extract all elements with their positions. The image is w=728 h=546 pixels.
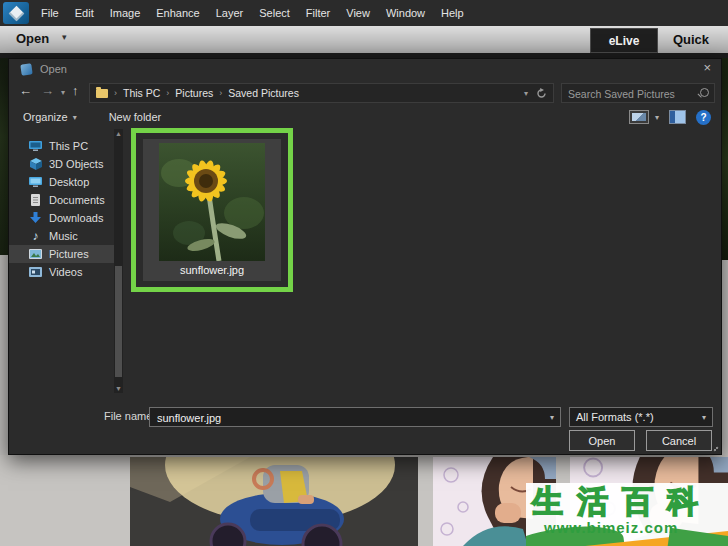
menu-select[interactable]: Select [259, 7, 290, 19]
download-arrow-icon [29, 212, 42, 224]
sidebar-item-downloads[interactable]: Downloads [9, 209, 114, 227]
scroll-down-icon[interactable]: ▼ [114, 384, 123, 393]
breadcrumb-chevron-icon: › [219, 88, 222, 98]
breadcrumb[interactable]: › This PC › Pictures › Saved Pictures ▾ [89, 83, 554, 103]
menu-help[interactable]: Help [441, 7, 464, 19]
menu-items: File Edit Image Enhance Layer Select Fil… [41, 7, 464, 19]
dialog-app-icon [20, 63, 32, 75]
new-folder-button[interactable]: New folder [109, 111, 162, 123]
menu-window[interactable]: Window [386, 7, 425, 19]
refresh-icon[interactable] [536, 88, 547, 99]
watermark-title: 生活百科 [532, 483, 712, 523]
background-image-sliver-left [0, 58, 8, 255]
sidebar-item-documents[interactable]: Documents [9, 191, 114, 209]
scrollbar-thumb[interactable] [115, 266, 122, 377]
format-chevron-icon: ▾ [702, 413, 706, 422]
open-mode-label[interactable]: Open [16, 31, 49, 46]
format-filter-select[interactable]: All Formats (*.*) ▾ [569, 407, 713, 427]
sidebar-item-this-pc[interactable]: This PC [9, 137, 114, 155]
cancel-button[interactable]: Cancel [646, 430, 712, 451]
close-icon[interactable]: × [699, 60, 715, 75]
menu-filter[interactable]: Filter [306, 7, 330, 19]
menu-image[interactable]: Image [110, 7, 141, 19]
file-name-label: File name: [104, 410, 155, 422]
background-panel-sliver-right [722, 260, 728, 455]
sidebar-item-desktop[interactable]: Desktop [9, 173, 114, 191]
menu-edit[interactable]: Edit [75, 7, 94, 19]
views-icon[interactable] [629, 110, 649, 124]
scroll-up-icon[interactable]: ▲ [114, 129, 123, 138]
annotation-highlight-box: sunflower.jpg [131, 128, 293, 292]
watermark-url: www.bimeiz.com [544, 519, 678, 536]
sidebar-item-music[interactable]: ♪ Music [9, 227, 114, 245]
menu-enhance[interactable]: Enhance [156, 7, 199, 19]
background-panel-sliver-left [0, 255, 8, 455]
views-chevron-icon[interactable]: ▾ [655, 113, 659, 122]
search-icon[interactable] [700, 88, 709, 97]
watermark: 生活百科 www.bimeiz.com [526, 483, 728, 546]
desktop-icon [29, 176, 42, 188]
menu-file[interactable]: File [41, 7, 59, 19]
breadcrumb-saved-pictures[interactable]: Saved Pictures [228, 87, 299, 99]
sunflower-thumbnail [159, 143, 265, 261]
document-icon [29, 194, 42, 206]
film-icon [29, 266, 42, 278]
sidebar-label: Downloads [49, 212, 103, 224]
cube-icon [29, 158, 42, 170]
breadcrumb-chevron-icon: › [114, 88, 117, 98]
open-button[interactable]: Open [569, 430, 635, 451]
sidebar-label: Pictures [49, 248, 89, 260]
search-box [561, 83, 715, 103]
resize-grip[interactable] [713, 446, 719, 452]
file-name-chevron-icon[interactable]: ▾ [550, 413, 554, 422]
file-name-field: ▾ [149, 407, 561, 427]
sidebar-label: 3D Objects [49, 158, 103, 170]
file-name-input[interactable] [155, 409, 539, 427]
photo-baby-toycar [130, 457, 418, 546]
forward-arrow-icon[interactable]: → [41, 83, 54, 98]
sidebar-item-3d-objects[interactable]: 3D Objects [9, 155, 114, 173]
mode-bar: Open ▾ eLive Quick [0, 26, 728, 53]
sidebar-label: Music [49, 230, 78, 242]
up-arrow-icon[interactable]: ↑ [72, 83, 79, 98]
breadcrumb-pictures[interactable]: Pictures [175, 87, 213, 99]
file-name-caption: sunflower.jpg [180, 264, 244, 276]
preview-pane-icon[interactable] [669, 110, 686, 124]
sidebar-label: This PC [49, 140, 88, 152]
dialog-title: Open [40, 63, 67, 75]
search-input[interactable] [566, 85, 696, 103]
recent-locations-chevron-icon[interactable]: ▾ [61, 88, 65, 97]
sidebar-label: Desktop [49, 176, 89, 188]
address-dropdown-chevron-icon[interactable]: ▾ [524, 89, 528, 98]
chevron-down-icon[interactable]: ▾ [62, 32, 67, 42]
navigation-row: ← → ▾ ↑ › This PC › Pictures › Saved Pic… [9, 81, 723, 105]
quick-button[interactable]: Quick [660, 28, 722, 51]
elive-button[interactable]: eLive [590, 28, 658, 53]
sidebar-item-pictures[interactable]: Pictures [9, 245, 114, 263]
breadcrumb-this-pc[interactable]: This PC [123, 87, 160, 99]
back-arrow-icon[interactable]: ← [19, 83, 32, 98]
breadcrumb-chevron-icon: › [166, 88, 169, 98]
sidebar-scrollbar[interactable]: ▲ ▼ [114, 129, 123, 393]
help-button[interactable]: ? [696, 110, 711, 125]
music-note-icon: ♪ [29, 230, 42, 242]
file-item-sunflower[interactable]: sunflower.jpg [143, 139, 281, 281]
sidebar-label: Documents [49, 194, 105, 206]
menu-view[interactable]: View [346, 7, 370, 19]
organize-chevron-icon: ▾ [73, 113, 77, 122]
dialog-titlebar[interactable]: Open × [9, 59, 723, 79]
dialog-toolbar: Organize ▾ New folder ▾ ? [9, 105, 723, 129]
screen: File Edit Image Enhance Layer Select Fil… [0, 0, 728, 546]
menu-layer[interactable]: Layer [216, 7, 244, 19]
format-filter-value: All Formats (*.*) [576, 411, 654, 423]
organize-button[interactable]: Organize [23, 111, 68, 123]
picture-icon [29, 248, 42, 260]
pc-icon [29, 140, 42, 152]
sidebar-label: Videos [49, 266, 82, 278]
open-dialog: Open × ← → ▾ ↑ › This PC › Pictures › Sa… [8, 58, 722, 455]
folder-icon [96, 89, 108, 98]
menu-bar: File Edit Image Enhance Layer Select Fil… [0, 0, 728, 26]
sidebar-item-videos[interactable]: Videos [9, 263, 114, 281]
logo-diamond-icon [8, 5, 24, 21]
app-logo-icon[interactable] [3, 2, 29, 24]
